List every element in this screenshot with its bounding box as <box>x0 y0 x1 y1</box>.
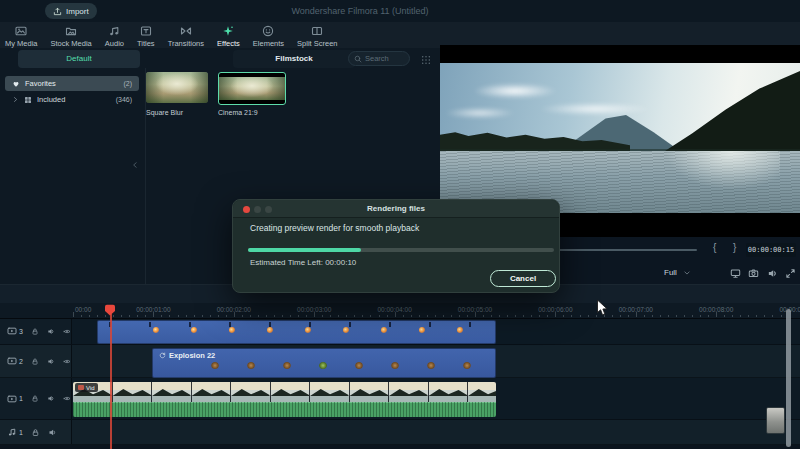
speaker-icon[interactable] <box>48 428 57 437</box>
vertical-scrollbar[interactable] <box>786 309 791 447</box>
lock-icon[interactable] <box>31 327 39 336</box>
tab-default[interactable]: Default <box>18 50 140 68</box>
ruler-tick <box>483 315 484 318</box>
thumbnail-mountain <box>192 389 231 396</box>
explosion-sprite <box>457 327 463 333</box>
explosion-sprite <box>153 327 159 333</box>
eye-icon[interactable] <box>63 357 71 366</box>
timeline: 3211 00:0000:00:01:0000:00:02:0000:00:03… <box>0 303 800 449</box>
ruler-tick <box>354 315 355 318</box>
clip-frame-thumbnail <box>389 382 429 402</box>
sidebar-item-included[interactable]: Included (346) <box>5 92 139 107</box>
track-header: 1 <box>0 420 72 444</box>
mini-clip-thumbnail[interactable] <box>766 407 785 434</box>
track-type: 2 <box>7 356 23 366</box>
sidebar-item-favorites[interactable]: Favorites (2) <box>5 76 139 91</box>
eye-icon[interactable] <box>63 327 71 336</box>
ruler-tick <box>178 315 179 318</box>
ruler-tick <box>169 315 170 318</box>
track-row-audio-1[interactable]: 1 <box>0 420 800 445</box>
effect-thumbnail-letterboxed <box>219 77 285 100</box>
ruler-tick <box>258 315 259 318</box>
volume-icon[interactable] <box>767 268 778 279</box>
ruler-tick <box>499 315 500 318</box>
chevron-right-icon[interactable] <box>12 96 19 103</box>
ruler-tick <box>322 315 323 318</box>
lock-icon[interactable] <box>31 394 39 403</box>
mark-in-button[interactable]: { <box>713 242 716 253</box>
explosion-sprite <box>463 362 471 369</box>
eye-icon[interactable] <box>63 394 71 403</box>
waveform-texture <box>73 402 496 417</box>
search-bar[interactable] <box>348 51 410 66</box>
display-icon[interactable] <box>730 268 741 279</box>
timeline-ruler[interactable]: 00:0000:00:01:0000:00:02:0000:00:03:0000… <box>0 303 800 319</box>
video-badge-icon <box>78 385 84 390</box>
speaker-icon[interactable] <box>47 357 55 366</box>
ruler-tick <box>145 315 146 318</box>
ruler-label: 00:00 <box>75 306 91 313</box>
keyframe-dash <box>189 322 191 327</box>
track-number: 1 <box>19 395 23 402</box>
ruler-tick <box>491 315 492 318</box>
effect-card-square-blur[interactable] <box>146 72 208 103</box>
tab-label: Split Screen <box>297 39 337 48</box>
speaker-icon[interactable] <box>47 394 55 403</box>
timeline-clip-explosion[interactable]: Explosion 22 <box>152 348 496 378</box>
ruler-tick <box>338 315 339 318</box>
lock-icon[interactable] <box>31 428 40 437</box>
playhead-line[interactable] <box>110 314 112 449</box>
search-icon <box>354 55 362 63</box>
collapse-panel-icon[interactable] <box>131 161 139 169</box>
progress-fill <box>248 248 361 252</box>
ruler-tick <box>218 315 219 318</box>
explosion-sprite <box>211 362 219 369</box>
lock-icon[interactable] <box>31 357 39 366</box>
ruler-tick <box>202 315 203 318</box>
thumbnail-mountain <box>152 389 191 396</box>
speaker-icon[interactable] <box>47 327 55 336</box>
ruler-tick <box>676 315 677 318</box>
ruler-tick <box>427 315 428 318</box>
title-bar: Import Wondershare Filmora 11 (Untitled) <box>0 0 800 22</box>
ruler-tick <box>73 312 74 317</box>
layout-grid-icon[interactable] <box>421 55 431 65</box>
timeline-clip-overlay-effects[interactable] <box>97 320 496 344</box>
snapshot-icon[interactable] <box>748 268 759 279</box>
ruler-tick <box>387 315 388 318</box>
ruler-tick <box>748 315 749 318</box>
ruler-tick <box>403 315 404 318</box>
included-label: Included <box>37 95 111 104</box>
tab-filmstock[interactable]: Filmstock <box>233 50 355 68</box>
keyframe-dash <box>149 322 151 327</box>
ruler-tick <box>555 312 556 317</box>
timeline-clip-audio-waveform[interactable] <box>73 402 496 417</box>
ruler-tick <box>563 315 564 318</box>
track-header: 3 <box>0 318 72 344</box>
track-type: 1 <box>7 427 23 437</box>
mark-out-button[interactable]: } <box>733 242 736 253</box>
thumbnail-mountain <box>468 389 496 396</box>
search-input[interactable] <box>365 54 404 63</box>
preview-zoom-select[interactable]: Full <box>664 268 691 277</box>
playhead-handle[interactable] <box>104 304 116 316</box>
timeline-clip-video[interactable] <box>73 382 496 402</box>
preview-video[interactable] <box>440 63 800 213</box>
fullscreen-icon[interactable] <box>785 268 796 279</box>
ruler-tick <box>411 315 412 318</box>
tab-label: My Media <box>5 39 38 48</box>
dialog-title-bar[interactable]: Rendering files <box>233 200 559 218</box>
ruler-tick <box>451 315 452 318</box>
cancel-button[interactable]: Cancel <box>490 270 556 287</box>
ruler-tick <box>129 315 130 318</box>
audio-icon <box>108 25 120 37</box>
mouse-cursor <box>596 299 609 317</box>
ruler-tick <box>724 315 725 318</box>
ruler-tick <box>700 315 701 318</box>
effect-card-cinema-219[interactable] <box>218 72 286 105</box>
clip-frame-thumbnail <box>113 382 153 402</box>
ruler-tick <box>740 315 741 318</box>
effect-name: Square Blur <box>146 109 183 116</box>
ruler-tick <box>539 315 540 318</box>
eta-text: Estimated Time Left: 00:00:10 <box>250 258 356 267</box>
